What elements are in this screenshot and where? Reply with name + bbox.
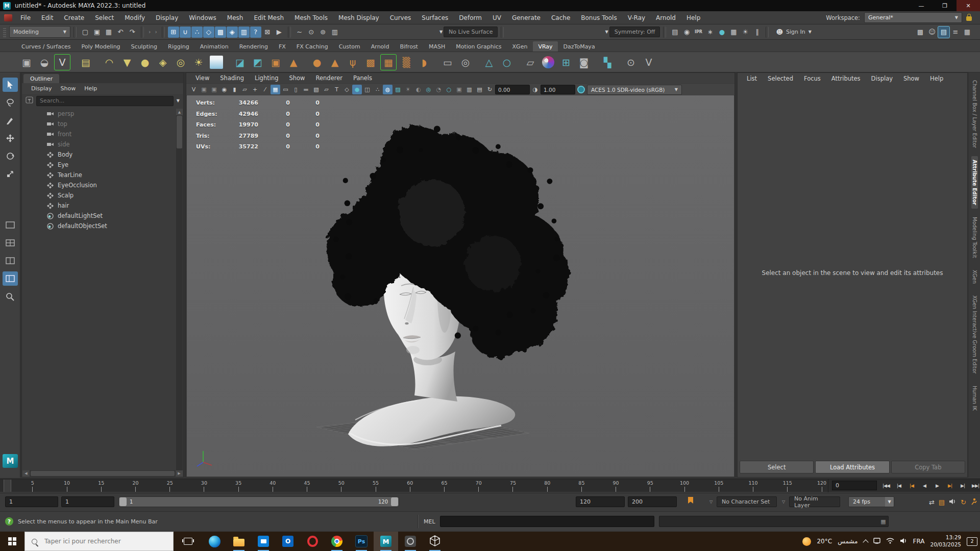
attribute-editor-menu-item[interactable]: List: [742, 75, 762, 82]
outliner-filter-icon[interactable]: [26, 96, 33, 105]
menu-item[interactable]: Display: [151, 14, 183, 21]
input-operations-icon[interactable]: ~: [294, 27, 305, 38]
chevron-down-icon[interactable]: ▽: [782, 499, 785, 504]
vray-palette-icon[interactable]: ◙: [576, 54, 592, 70]
viewport-menu-item[interactable]: Lighting: [250, 74, 283, 82]
vray-sphere-light-icon[interactable]: ●: [137, 54, 153, 70]
construction-history-icon[interactable]: ⊚: [317, 27, 329, 38]
image-plane-icon[interactable]: ▱: [240, 85, 250, 94]
taskbar-app-photoshop[interactable]: Ps: [349, 532, 374, 551]
mel-command-input[interactable]: [440, 516, 654, 527]
viewport-menu-item[interactable]: Show: [284, 74, 310, 82]
viewport-menu-item[interactable]: Shading: [215, 74, 249, 82]
display-icon[interactable]: [873, 538, 880, 545]
safe-action-icon[interactable]: ▱: [322, 85, 331, 94]
motion-blur-icon[interactable]: ◔: [434, 85, 444, 94]
shelf-tab[interactable]: Rigging: [163, 41, 194, 52]
taskbar-app-store[interactable]: [251, 532, 276, 551]
mel-label[interactable]: MEL: [424, 518, 435, 525]
menu-item[interactable]: Bonus Tools: [576, 14, 622, 21]
go-to-end-button[interactable]: ▶▶|: [969, 480, 980, 491]
gamma-field[interactable]: 1.00: [541, 85, 575, 94]
separator[interactable]: [141, 27, 144, 38]
playback-start-field[interactable]: 1: [61, 496, 114, 507]
zoom-tool[interactable]: [3, 289, 18, 304]
vray-material-ball-icon[interactable]: [542, 56, 554, 68]
vray-checker-icon[interactable]: ▚: [599, 54, 616, 70]
character-controls-toggle-icon[interactable]: ☺: [926, 27, 938, 38]
shadows-icon[interactable]: ◐: [413, 85, 423, 94]
weather-sun-icon[interactable]: [802, 537, 811, 546]
vray-clipper-icon[interactable]: ▭: [439, 54, 456, 70]
exposure-field[interactable]: 0.00: [495, 85, 530, 94]
field-chart-icon[interactable]: ▧: [311, 85, 321, 94]
vray-light-lister-icon[interactable]: ▤: [78, 54, 94, 70]
collapse-section-icon[interactable]: ›: [153, 29, 158, 35]
scrollbar-thumb[interactable]: [31, 471, 175, 476]
menu-item[interactable]: Surfaces: [416, 14, 453, 21]
shelf-tab[interactable]: Sculpting: [126, 41, 162, 52]
step-back-key-button[interactable]: |◀: [905, 480, 918, 491]
tray-expand-icon[interactable]: [863, 539, 868, 545]
menu-item[interactable]: File: [15, 14, 36, 21]
taskbar-app-edge[interactable]: [202, 532, 227, 551]
menu-item[interactable]: Deform: [454, 14, 487, 21]
outliner-item[interactable]: EyeOcclusion: [23, 180, 176, 190]
sign-in-button[interactable]: ☻ Sign In ▼: [772, 28, 815, 36]
layout-single-pane-button[interactable]: [3, 218, 18, 232]
step-forward-key-button[interactable]: ▶|: [944, 480, 956, 491]
snap-curve-icon[interactable]: ∪: [180, 27, 191, 38]
clock[interactable]: 13:29 20/03/2025: [930, 534, 961, 548]
layout-four-pane-button[interactable]: [3, 236, 18, 250]
vray-proxy-import-icon[interactable]: ◪: [232, 54, 248, 70]
separator[interactable]: [288, 27, 291, 38]
vray-rect-light-icon[interactable]: ▼: [119, 54, 135, 70]
menu-item[interactable]: Modify: [119, 14, 150, 21]
grease-pencil-icon[interactable]: ⁄: [260, 85, 270, 94]
fps-dropdown[interactable]: 24 fps ▼: [848, 496, 894, 507]
undo-icon[interactable]: ↶: [115, 27, 126, 38]
attribute-editor-menu-item[interactable]: Help: [925, 75, 948, 82]
shelf-tab[interactable]: Arnold: [366, 41, 395, 52]
step-back-frame-button[interactable]: |◀: [893, 480, 905, 491]
textured-mode-icon[interactable]: ▨: [393, 85, 403, 94]
attribute-editor-menu-item[interactable]: Display: [866, 75, 898, 82]
bookmark-view-icon[interactable]: ▮: [230, 85, 239, 94]
move-tool[interactable]: [3, 131, 18, 145]
sidebar-tab[interactable]: XGen Interactive Groom Editor: [971, 292, 978, 378]
shelf-tab[interactable]: FX Caching: [291, 41, 333, 52]
separator[interactable]: [74, 27, 77, 38]
select-tool[interactable]: [3, 78, 18, 92]
resolution-gate-icon[interactable]: ▯: [291, 85, 301, 94]
vray-volume-grid-icon[interactable]: ▲: [285, 54, 302, 70]
range-slider[interactable]: 1 120: [118, 496, 399, 507]
highlight-selection-icon[interactable]: ▶: [274, 27, 285, 38]
scroll-up-icon[interactable]: ▲: [176, 109, 183, 115]
taskbar-app-outlook[interactable]: O: [276, 532, 300, 551]
scroll-right-icon[interactable]: ▶: [176, 470, 183, 477]
outliner-item[interactable]: Eye: [23, 160, 176, 170]
attribute-editor-button[interactable]: Load Attributes: [815, 461, 889, 473]
range-slider-right-handle[interactable]: [391, 497, 398, 506]
ambient-occlusion-icon[interactable]: ◎: [424, 85, 433, 94]
shelf-tab[interactable]: Bifrost: [395, 41, 423, 52]
current-frame-field[interactable]: 0: [832, 481, 877, 490]
bookmark-button[interactable]: [688, 497, 698, 507]
vray-proxy-export-icon[interactable]: ◩: [250, 54, 266, 70]
outliner-item[interactable]: Body: [23, 149, 176, 160]
outliner-vertical-scrollbar[interactable]: ▲: [176, 109, 183, 470]
shelf-tab[interactable]: XGen: [507, 41, 533, 52]
isolate-select-icon[interactable]: ▣: [454, 85, 464, 94]
outliner-item[interactable]: persp: [23, 109, 176, 119]
open-render-view-icon[interactable]: ▤: [669, 27, 680, 38]
taskbar-app-opera[interactable]: [300, 532, 325, 551]
separator[interactable]: [162, 27, 165, 38]
layout-two-pane-button[interactable]: [3, 254, 18, 268]
sidebar-tab[interactable]: Attribute Editor: [971, 156, 978, 209]
animation-preferences-icon[interactable]: [970, 498, 977, 507]
rotate-tool[interactable]: [3, 149, 18, 163]
help-icon[interactable]: ?: [5, 517, 13, 525]
maya-home-icon[interactable]: [4, 14, 12, 21]
taskbar-search-input[interactable]: [43, 537, 173, 545]
outliner-menu-item[interactable]: Show: [57, 85, 80, 92]
